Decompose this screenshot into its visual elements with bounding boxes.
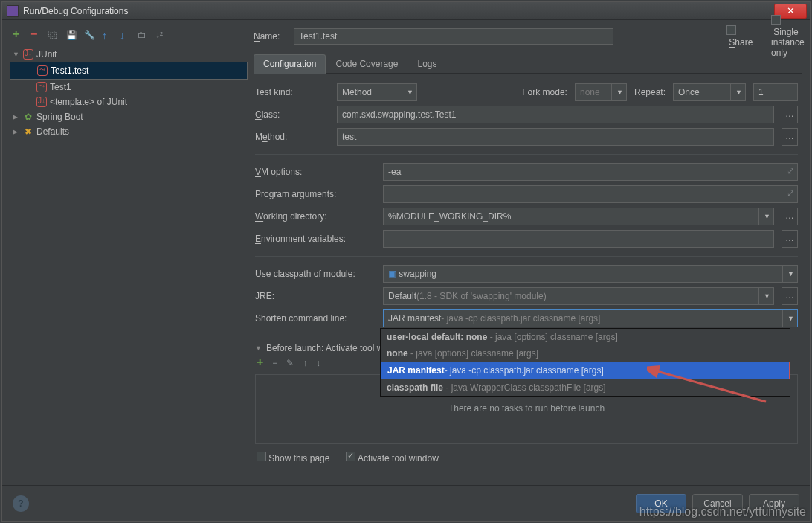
test-kind-select[interactable]: Method▼ (337, 83, 417, 101)
env-browse[interactable]: … (782, 230, 798, 248)
before-launch-exp[interactable]: ▼ (255, 344, 262, 352)
tree-label: JUnit (36, 49, 57, 60)
class-browse[interactable]: … (782, 106, 798, 123)
watermark: https://blog.csdn.net/ytfunnysite (639, 505, 806, 519)
window-title: Run/Debug Configurations (23, 6, 774, 16)
shorten-select[interactable]: JAR manifest - java -cp classpath.jar cl… (383, 309, 798, 327)
tree-spring[interactable]: ▶✿ Spring Boot (10, 109, 248, 124)
expand-icon[interactable]: ⤢ (787, 187, 795, 199)
app-icon (7, 5, 19, 17)
tree-label: Test1.test (51, 65, 88, 76)
jre-browse[interactable]: … (782, 287, 798, 305)
name-label: Name: (254, 31, 285, 42)
env-label: Environment variables: (255, 234, 376, 244)
config-tree: ▼J↓ JUnit ⤳ Test1.test ⤳ Test1 J↓ <templ… (10, 47, 248, 485)
show-page-checkbox[interactable]: Show this page (257, 452, 329, 463)
wd-input[interactable]: %MODULE_WORKING_DIR%▼ (383, 208, 774, 225)
repeat-select[interactable]: Once▼ (673, 83, 746, 101)
left-panel: + − ⿻ 💾 🔧 ↑ ↓ 🗀 ↓² ▼J↓ JUnit ⤳ Test1.tes… (10, 26, 248, 485)
dropdown-option[interactable]: user-local default: none - java [options… (381, 329, 790, 345)
remove-icon[interactable]: − (30, 30, 41, 40)
tree-item-test1-test[interactable]: ⤳ Test1.test (10, 62, 248, 80)
method-browse[interactable]: … (782, 128, 798, 146)
env-input[interactable] (383, 230, 774, 248)
wd-browse[interactable]: … (782, 208, 798, 225)
shorten-label: Shorten command line: (255, 313, 376, 324)
tree-defaults[interactable]: ▶✖ Defaults (10, 124, 248, 139)
save-icon[interactable]: 💾 (66, 30, 77, 40)
tab-logs[interactable]: Logs (407, 54, 446, 73)
cpmod-select[interactable]: ▣ swapping▼ (383, 265, 798, 283)
jre-select[interactable]: Default (1.8 - SDK of 'swapping' module)… (383, 287, 774, 305)
method-label: Method: (255, 132, 329, 142)
activate-tool-checkbox[interactable]: Activate tool window (346, 452, 438, 463)
fork-select[interactable]: none▼ (575, 83, 627, 101)
bl-down-icon: ↓ (316, 358, 320, 368)
repeat-count[interactable] (753, 83, 798, 101)
help-icon[interactable]: ? (13, 495, 29, 512)
add-icon[interactable]: + (13, 30, 23, 40)
tree-label: Spring Boot (36, 112, 83, 122)
repeat-label: Repeat: (634, 87, 666, 97)
down-icon[interactable]: ↓ (120, 30, 130, 40)
folder-icon[interactable]: 🗀 (138, 30, 148, 40)
tab-configuration[interactable]: Configuration (254, 54, 326, 74)
bl-up-icon: ↑ (303, 358, 307, 368)
tabs: Configuration Code Coverage Logs (254, 54, 802, 74)
method-input[interactable] (337, 128, 774, 146)
dropdown-option[interactable]: classpath file - java WrapperClass class… (381, 379, 790, 396)
tree-junit[interactable]: ▼J↓ JUnit (10, 47, 248, 62)
tree-item-test1[interactable]: ⤳ Test1 (10, 80, 248, 94)
sort-icon[interactable]: ↓² (155, 30, 166, 40)
tree-toolbar: + − ⿻ 💾 🔧 ↑ ↓ 🗀 ↓² (10, 26, 248, 44)
tree-label: Defaults (36, 126, 69, 137)
test-kind-label: Test kind: (255, 87, 329, 97)
vm-label: VM options: (255, 167, 376, 177)
titlebar: Run/Debug Configurations ✕ (2, 2, 810, 20)
tree-label: <template> of JUnit (50, 97, 127, 107)
shorten-dropdown: user-local default: none - java [options… (380, 328, 790, 397)
dropdown-option-selected[interactable]: JAR manifest - java -cp classpath.jar cl… (381, 362, 790, 379)
fork-label: Fork mode: (522, 87, 567, 97)
tree-label: Test1 (50, 82, 71, 92)
progargs-label: Program arguments: (255, 189, 376, 199)
vm-input[interactable] (383, 163, 798, 181)
up-icon[interactable]: ↑ (102, 30, 112, 40)
name-input[interactable] (294, 28, 613, 45)
cpmod-label: Use classpath of module: (255, 269, 376, 279)
progargs-input[interactable] (383, 185, 798, 203)
bl-remove-icon: − (272, 358, 277, 368)
wrench-icon[interactable]: 🔧 (84, 30, 94, 40)
copy-icon[interactable]: ⿻ (48, 30, 59, 40)
dropdown-option[interactable]: none - java [options] classname [args] (381, 345, 790, 362)
bl-add-icon[interactable]: + (257, 358, 263, 368)
right-panel: Name: Share Single instance only Configu… (254, 26, 802, 485)
single-instance-checkbox[interactable]: Single instance only (771, 15, 802, 58)
bl-edit-icon: ✎ (286, 358, 294, 368)
wd-label: Working directory: (255, 211, 376, 222)
tab-coverage[interactable]: Code Coverage (326, 54, 407, 73)
class-label: Class: (255, 109, 329, 120)
class-input[interactable] (337, 106, 774, 123)
expand-icon[interactable]: ⤢ (787, 165, 795, 176)
share-checkbox[interactable]: Share (726, 25, 758, 48)
tree-item-template[interactable]: J↓ <template> of JUnit (10, 94, 248, 109)
jre-label: JRE: (255, 291, 376, 301)
